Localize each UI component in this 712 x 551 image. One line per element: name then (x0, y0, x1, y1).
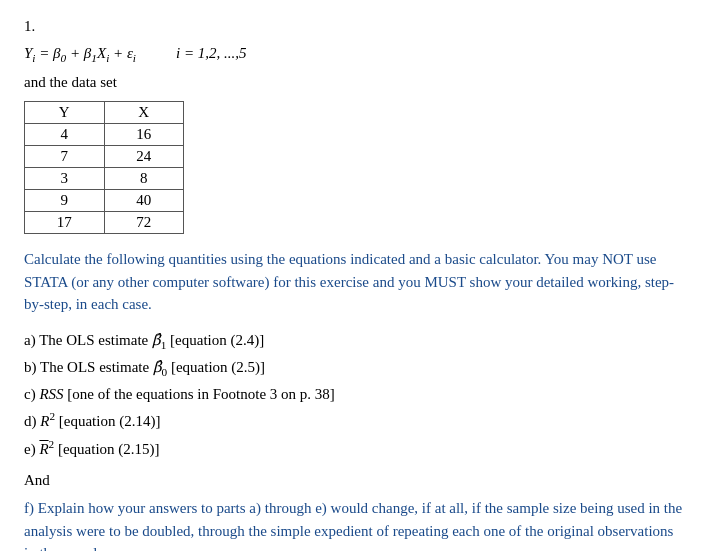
table-cell: 9 (25, 190, 105, 212)
data-table: Y X 416724389401772 (24, 101, 184, 234)
main-equation: Yi = β0 + β1Xi + εi i = 1,2, ...,5 (24, 45, 688, 64)
part-d: d) R2 [equation (2.14)] (24, 407, 688, 435)
instructions-text: Calculate the following quantities using… (24, 248, 688, 316)
table-cell: 17 (25, 212, 105, 234)
table-cell: 40 (104, 190, 184, 212)
i-range: i = 1,2, ...,5 (176, 45, 247, 62)
part-e: e) R2 [equation (2.15)] (24, 435, 688, 463)
parts-list: a) The OLS estimate β̂1 [equation (2.4)]… (24, 328, 688, 463)
table-cell: 24 (104, 146, 184, 168)
question-container: 1. Yi = β0 + β1Xi + εi i = 1,2, ...,5 an… (24, 18, 688, 551)
col-header-y: Y (25, 102, 105, 124)
table-cell: 3 (25, 168, 105, 190)
equation-text: Yi = β0 + β1Xi + εi (24, 45, 136, 64)
and-dataset-label: and the data set (24, 74, 688, 91)
question-number: 1. (24, 18, 688, 35)
table-cell: 7 (25, 146, 105, 168)
part-c: c) RSS [one of the equations in Footnote… (24, 382, 688, 408)
table-cell: 72 (104, 212, 184, 234)
and-label: And (24, 472, 688, 489)
table-cell: 16 (104, 124, 184, 146)
col-header-x: X (104, 102, 184, 124)
table-cell: 4 (25, 124, 105, 146)
part-b: b) The OLS estimate β̂0 [equation (2.5)] (24, 355, 688, 382)
part-a: a) The OLS estimate β̂1 [equation (2.4)] (24, 328, 688, 355)
final-part: f) Explain how your answers to parts a) … (24, 497, 688, 551)
table-cell: 8 (104, 168, 184, 190)
